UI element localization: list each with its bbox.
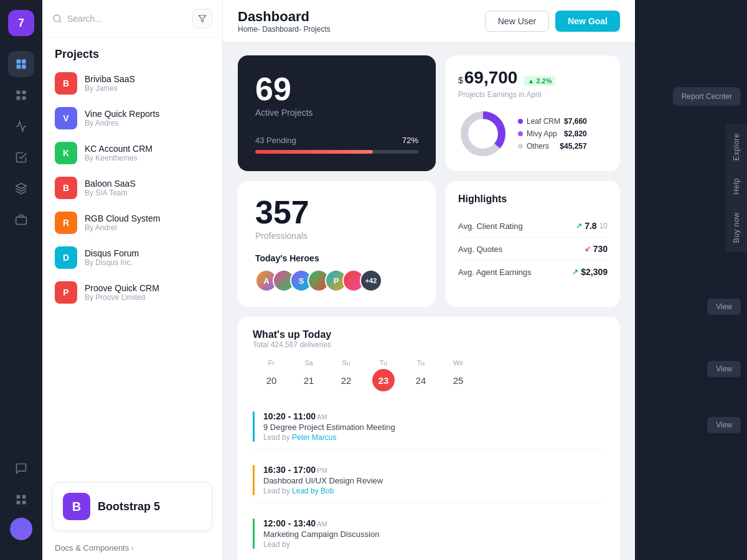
main-header: Dashboard Home- Dashboard- Projects New … bbox=[223, 0, 635, 43]
svg-rect-9 bbox=[16, 217, 27, 225]
sidebar-item-check[interactable] bbox=[8, 144, 34, 170]
sidebar-item-grid[interactable] bbox=[8, 82, 34, 108]
legend-value: $2,820 bbox=[564, 129, 587, 138]
legend-items: Leaf CRM $7,660 Mivy App $2,820 Others $… bbox=[518, 117, 587, 151]
events: 10:20 - 11:00AM 9 Degree Project Estimat… bbox=[253, 404, 605, 556]
trend-icon: ↗ bbox=[572, 268, 578, 276]
project-icon: D bbox=[55, 246, 77, 269]
sidebar-tab[interactable]: Explore bbox=[726, 124, 747, 169]
event-lead: Lead by Lead by Bob bbox=[263, 487, 383, 495]
svg-line-15 bbox=[59, 21, 61, 22]
whats-up-sub: Total 424,567 deliveries bbox=[253, 340, 605, 349]
project-item[interactable]: V Vine Quick Reports By Andres bbox=[42, 101, 222, 136]
calendar-day[interactable]: Su 22 bbox=[327, 359, 365, 391]
event-name: Marketing Campaign Discussion bbox=[263, 530, 379, 539]
view-button-1[interactable]: View bbox=[707, 299, 741, 315]
calendar-day[interactable]: Tu 23 bbox=[365, 359, 402, 391]
event-time: 10:20 - 11:00AM bbox=[263, 411, 395, 421]
project-name: Briviba SaaS bbox=[85, 74, 135, 84]
top-row: 69 Active Projects 43 Pending 72% $ 69 bbox=[238, 55, 620, 171]
event-ampm: AM bbox=[317, 520, 327, 528]
project-item[interactable]: B Briviba SaaS By James bbox=[42, 66, 222, 101]
earnings-badge: ▲ 2.2% bbox=[524, 76, 555, 86]
bootstrap-label: Bootstrap 5 bbox=[98, 500, 160, 513]
project-name: Proove Quick CRM bbox=[85, 283, 159, 293]
calendar-day[interactable]: Tu 24 bbox=[402, 359, 439, 391]
event-time: 12:00 - 13:40AM bbox=[263, 518, 379, 528]
header-actions: New User New Goal bbox=[485, 11, 620, 32]
search-input[interactable] bbox=[67, 14, 187, 24]
project-item[interactable]: P Proove Quick CRM By Proove Limited bbox=[42, 275, 222, 310]
view-button-2[interactable]: View bbox=[707, 361, 741, 377]
calendar-day[interactable]: Sa 21 bbox=[290, 359, 327, 391]
docs-link[interactable]: Docs & Components › bbox=[42, 538, 222, 560]
progress-bar bbox=[255, 150, 418, 154]
legend-item: Leaf CRM $7,660 bbox=[518, 117, 587, 126]
project-item[interactable]: D Disqus Forum By Disqus Inc. bbox=[42, 240, 222, 275]
svg-rect-11 bbox=[22, 495, 26, 499]
event-item: 10:20 - 11:00AM 9 Degree Project Estimat… bbox=[253, 404, 605, 450]
new-user-button[interactable]: New User bbox=[485, 11, 549, 32]
view-button-3[interactable]: View bbox=[707, 417, 741, 433]
user-avatar[interactable]: 7 bbox=[8, 10, 34, 36]
cal-day-name: We bbox=[453, 359, 463, 366]
event-lead-link[interactable]: Lead by Bob bbox=[292, 487, 334, 495]
calendar-day[interactable]: Fr 20 bbox=[253, 359, 290, 391]
project-author: By Disqus Inc. bbox=[85, 258, 139, 267]
sidebar-item-briefcase[interactable] bbox=[8, 207, 34, 233]
project-item[interactable]: R RGB Cloud System By Andrei bbox=[42, 205, 222, 240]
project-icon: R bbox=[55, 212, 77, 234]
highlight-rows: Avg. Client Rating ↗ 7.8 10 Avg. Quotes … bbox=[458, 215, 608, 283]
middle-row: 357 Professionals Today's Heroes ASP+42 … bbox=[238, 181, 620, 307]
bottom-avatar[interactable] bbox=[10, 518, 32, 540]
project-name: Baloon SaaS bbox=[85, 179, 136, 189]
event-lead-link[interactable]: Peter Marcus bbox=[292, 433, 336, 442]
sidebar-tab[interactable]: Buy now bbox=[726, 203, 747, 252]
sidebar-tabs: ExploreHelpBuy now bbox=[726, 124, 747, 251]
pending-label: 43 Pending bbox=[255, 136, 296, 145]
sidebar-item-message[interactable] bbox=[8, 455, 34, 482]
event-ampm: AM bbox=[317, 413, 327, 421]
legend-name: Leaf CRM bbox=[527, 117, 560, 126]
sidebar-item-chart[interactable] bbox=[8, 113, 34, 139]
legend-item: Others $45,257 bbox=[518, 142, 587, 151]
sidebar-item-dashboard[interactable] bbox=[8, 51, 34, 77]
project-info: Baloon SaaS By SIA Team bbox=[85, 179, 136, 197]
whats-up-title: What's up Today bbox=[253, 329, 605, 340]
event-item: 12:00 - 13:40AM Marketing Campaign Discu… bbox=[253, 511, 605, 556]
project-info: Vine Quick Reports By Andres bbox=[85, 109, 159, 128]
projects-title: Projects bbox=[42, 38, 222, 66]
sidebar-tab[interactable]: Help bbox=[726, 169, 747, 203]
legend-dot bbox=[518, 131, 523, 136]
highlights-title: Highlights bbox=[458, 194, 608, 205]
highlight-row: Avg. Agent Earnings ↗ $2,309 bbox=[458, 261, 608, 283]
legend-item: Mivy App $2,820 bbox=[518, 129, 587, 138]
donut-chart bbox=[458, 109, 508, 159]
cal-day-num: 24 bbox=[410, 369, 432, 391]
project-author: By Andres bbox=[85, 119, 159, 128]
new-goal-button[interactable]: New Goal bbox=[555, 11, 620, 32]
filter-button[interactable] bbox=[192, 9, 212, 29]
calendar-day[interactable]: We 25 bbox=[439, 359, 477, 391]
event-line bbox=[253, 465, 255, 495]
cal-day-num: 20 bbox=[260, 369, 283, 391]
project-author: By SIA Team bbox=[85, 189, 136, 197]
svg-rect-12 bbox=[17, 501, 21, 505]
earnings-amount: 69,700 bbox=[464, 68, 518, 88]
report-center-button[interactable]: Report Cecnter bbox=[673, 87, 741, 106]
event-line bbox=[253, 518, 255, 549]
sidebar-item-layers[interactable] bbox=[8, 175, 34, 202]
highlight-val: 7.8 bbox=[585, 221, 596, 231]
event-ampm: PM bbox=[317, 467, 327, 474]
event-lead: Lead by Peter Marcus bbox=[263, 433, 395, 442]
progress-pct: 72% bbox=[402, 136, 418, 145]
project-author: By James bbox=[85, 84, 135, 93]
project-author: By Proove Limited bbox=[85, 293, 159, 302]
project-author: By Keenthemes bbox=[85, 154, 153, 162]
heroes-avatars: ASP+42 bbox=[255, 269, 418, 292]
project-item[interactable]: K KC Account CRM By Keenthemes bbox=[42, 136, 222, 170]
page-title: Dashboard bbox=[238, 9, 331, 25]
sidebar-item-grid2[interactable] bbox=[8, 487, 34, 513]
svg-rect-10 bbox=[17, 495, 21, 499]
project-item[interactable]: B Baloon SaaS By SIA Team bbox=[42, 170, 222, 205]
